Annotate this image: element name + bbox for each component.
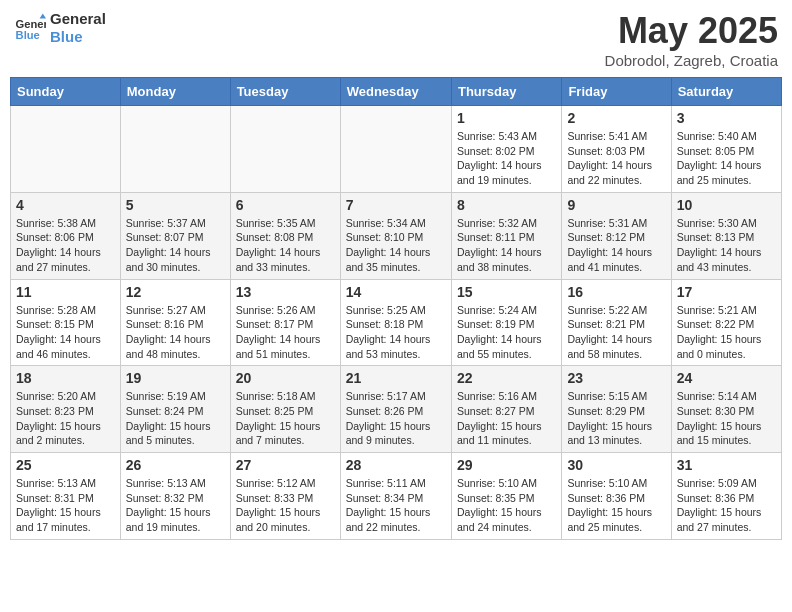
calendar-cell: 22Sunrise: 5:16 AM Sunset: 8:27 PM Dayli… xyxy=(451,366,561,453)
day-info: Sunrise: 5:13 AM Sunset: 8:32 PM Dayligh… xyxy=(126,476,225,535)
day-number: 27 xyxy=(236,457,335,473)
calendar-cell: 16Sunrise: 5:22 AM Sunset: 8:21 PM Dayli… xyxy=(562,279,671,366)
weekday-header-friday: Friday xyxy=(562,78,671,106)
calendar-week-1: 1Sunrise: 5:43 AM Sunset: 8:02 PM Daylig… xyxy=(11,106,782,193)
day-number: 19 xyxy=(126,370,225,386)
day-info: Sunrise: 5:41 AM Sunset: 8:03 PM Dayligh… xyxy=(567,129,665,188)
calendar-week-2: 4Sunrise: 5:38 AM Sunset: 8:06 PM Daylig… xyxy=(11,192,782,279)
day-info: Sunrise: 5:35 AM Sunset: 8:08 PM Dayligh… xyxy=(236,216,335,275)
day-number: 20 xyxy=(236,370,335,386)
calendar-cell: 4Sunrise: 5:38 AM Sunset: 8:06 PM Daylig… xyxy=(11,192,121,279)
weekday-header-sunday: Sunday xyxy=(11,78,121,106)
day-number: 15 xyxy=(457,284,556,300)
day-info: Sunrise: 5:40 AM Sunset: 8:05 PM Dayligh… xyxy=(677,129,776,188)
day-info: Sunrise: 5:11 AM Sunset: 8:34 PM Dayligh… xyxy=(346,476,446,535)
day-number: 12 xyxy=(126,284,225,300)
day-number: 10 xyxy=(677,197,776,213)
day-info: Sunrise: 5:37 AM Sunset: 8:07 PM Dayligh… xyxy=(126,216,225,275)
calendar-cell: 29Sunrise: 5:10 AM Sunset: 8:35 PM Dayli… xyxy=(451,453,561,540)
day-info: Sunrise: 5:19 AM Sunset: 8:24 PM Dayligh… xyxy=(126,389,225,448)
day-number: 26 xyxy=(126,457,225,473)
day-number: 14 xyxy=(346,284,446,300)
logo: General Blue General Blue xyxy=(14,10,106,46)
day-info: Sunrise: 5:43 AM Sunset: 8:02 PM Dayligh… xyxy=(457,129,556,188)
calendar-cell: 19Sunrise: 5:19 AM Sunset: 8:24 PM Dayli… xyxy=(120,366,230,453)
day-number: 25 xyxy=(16,457,115,473)
day-info: Sunrise: 5:22 AM Sunset: 8:21 PM Dayligh… xyxy=(567,303,665,362)
day-info: Sunrise: 5:25 AM Sunset: 8:18 PM Dayligh… xyxy=(346,303,446,362)
day-number: 28 xyxy=(346,457,446,473)
calendar-cell xyxy=(11,106,121,193)
calendar-cell: 21Sunrise: 5:17 AM Sunset: 8:26 PM Dayli… xyxy=(340,366,451,453)
calendar-week-5: 25Sunrise: 5:13 AM Sunset: 8:31 PM Dayli… xyxy=(11,453,782,540)
day-info: Sunrise: 5:32 AM Sunset: 8:11 PM Dayligh… xyxy=(457,216,556,275)
logo-name-blue: Blue xyxy=(50,28,106,46)
day-number: 16 xyxy=(567,284,665,300)
calendar-cell: 17Sunrise: 5:21 AM Sunset: 8:22 PM Dayli… xyxy=(671,279,781,366)
calendar-cell: 8Sunrise: 5:32 AM Sunset: 8:11 PM Daylig… xyxy=(451,192,561,279)
page-header: General Blue General Blue May 2025 Dobro… xyxy=(10,10,782,69)
svg-text:Blue: Blue xyxy=(16,29,40,41)
location-subtitle: Dobrodol, Zagreb, Croatia xyxy=(605,52,778,69)
calendar-cell: 5Sunrise: 5:37 AM Sunset: 8:07 PM Daylig… xyxy=(120,192,230,279)
day-number: 11 xyxy=(16,284,115,300)
day-info: Sunrise: 5:14 AM Sunset: 8:30 PM Dayligh… xyxy=(677,389,776,448)
calendar-cell: 31Sunrise: 5:09 AM Sunset: 8:36 PM Dayli… xyxy=(671,453,781,540)
weekday-header-tuesday: Tuesday xyxy=(230,78,340,106)
calendar-cell: 27Sunrise: 5:12 AM Sunset: 8:33 PM Dayli… xyxy=(230,453,340,540)
weekday-header-wednesday: Wednesday xyxy=(340,78,451,106)
day-info: Sunrise: 5:12 AM Sunset: 8:33 PM Dayligh… xyxy=(236,476,335,535)
day-number: 31 xyxy=(677,457,776,473)
day-info: Sunrise: 5:38 AM Sunset: 8:06 PM Dayligh… xyxy=(16,216,115,275)
day-number: 4 xyxy=(16,197,115,213)
logo-icon: General Blue xyxy=(14,12,46,44)
day-info: Sunrise: 5:09 AM Sunset: 8:36 PM Dayligh… xyxy=(677,476,776,535)
calendar-cell: 7Sunrise: 5:34 AM Sunset: 8:10 PM Daylig… xyxy=(340,192,451,279)
day-number: 8 xyxy=(457,197,556,213)
calendar-cell: 18Sunrise: 5:20 AM Sunset: 8:23 PM Dayli… xyxy=(11,366,121,453)
day-info: Sunrise: 5:13 AM Sunset: 8:31 PM Dayligh… xyxy=(16,476,115,535)
calendar-week-4: 18Sunrise: 5:20 AM Sunset: 8:23 PM Dayli… xyxy=(11,366,782,453)
calendar-cell xyxy=(120,106,230,193)
day-info: Sunrise: 5:17 AM Sunset: 8:26 PM Dayligh… xyxy=(346,389,446,448)
day-info: Sunrise: 5:10 AM Sunset: 8:35 PM Dayligh… xyxy=(457,476,556,535)
day-info: Sunrise: 5:16 AM Sunset: 8:27 PM Dayligh… xyxy=(457,389,556,448)
day-info: Sunrise: 5:26 AM Sunset: 8:17 PM Dayligh… xyxy=(236,303,335,362)
svg-marker-2 xyxy=(40,14,46,19)
svg-text:General: General xyxy=(16,18,46,30)
calendar-cell xyxy=(340,106,451,193)
day-number: 17 xyxy=(677,284,776,300)
day-info: Sunrise: 5:15 AM Sunset: 8:29 PM Dayligh… xyxy=(567,389,665,448)
title-block: May 2025 Dobrodol, Zagreb, Croatia xyxy=(605,10,778,69)
day-info: Sunrise: 5:21 AM Sunset: 8:22 PM Dayligh… xyxy=(677,303,776,362)
day-info: Sunrise: 5:30 AM Sunset: 8:13 PM Dayligh… xyxy=(677,216,776,275)
calendar-cell: 6Sunrise: 5:35 AM Sunset: 8:08 PM Daylig… xyxy=(230,192,340,279)
day-number: 1 xyxy=(457,110,556,126)
day-number: 29 xyxy=(457,457,556,473)
day-number: 3 xyxy=(677,110,776,126)
calendar-cell: 20Sunrise: 5:18 AM Sunset: 8:25 PM Dayli… xyxy=(230,366,340,453)
calendar-cell: 9Sunrise: 5:31 AM Sunset: 8:12 PM Daylig… xyxy=(562,192,671,279)
calendar-cell: 10Sunrise: 5:30 AM Sunset: 8:13 PM Dayli… xyxy=(671,192,781,279)
day-number: 9 xyxy=(567,197,665,213)
calendar-week-3: 11Sunrise: 5:28 AM Sunset: 8:15 PM Dayli… xyxy=(11,279,782,366)
calendar-cell: 28Sunrise: 5:11 AM Sunset: 8:34 PM Dayli… xyxy=(340,453,451,540)
calendar-cell: 14Sunrise: 5:25 AM Sunset: 8:18 PM Dayli… xyxy=(340,279,451,366)
calendar-cell: 23Sunrise: 5:15 AM Sunset: 8:29 PM Dayli… xyxy=(562,366,671,453)
day-number: 2 xyxy=(567,110,665,126)
day-info: Sunrise: 5:24 AM Sunset: 8:19 PM Dayligh… xyxy=(457,303,556,362)
calendar-cell: 12Sunrise: 5:27 AM Sunset: 8:16 PM Dayli… xyxy=(120,279,230,366)
day-number: 13 xyxy=(236,284,335,300)
day-number: 30 xyxy=(567,457,665,473)
day-info: Sunrise: 5:28 AM Sunset: 8:15 PM Dayligh… xyxy=(16,303,115,362)
calendar-cell: 13Sunrise: 5:26 AM Sunset: 8:17 PM Dayli… xyxy=(230,279,340,366)
day-info: Sunrise: 5:27 AM Sunset: 8:16 PM Dayligh… xyxy=(126,303,225,362)
day-number: 6 xyxy=(236,197,335,213)
day-info: Sunrise: 5:18 AM Sunset: 8:25 PM Dayligh… xyxy=(236,389,335,448)
day-number: 21 xyxy=(346,370,446,386)
day-info: Sunrise: 5:31 AM Sunset: 8:12 PM Dayligh… xyxy=(567,216,665,275)
calendar-cell: 24Sunrise: 5:14 AM Sunset: 8:30 PM Dayli… xyxy=(671,366,781,453)
weekday-header-monday: Monday xyxy=(120,78,230,106)
weekday-header-saturday: Saturday xyxy=(671,78,781,106)
calendar-cell: 30Sunrise: 5:10 AM Sunset: 8:36 PM Dayli… xyxy=(562,453,671,540)
